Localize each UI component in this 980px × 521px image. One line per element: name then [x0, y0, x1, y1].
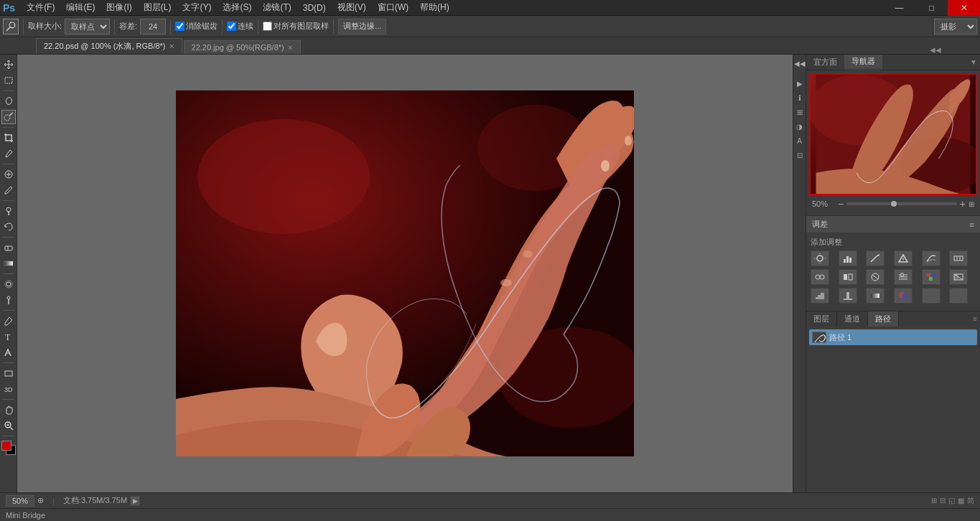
panel-text-button[interactable]: A	[794, 135, 806, 146]
magic-wand-tool[interactable]	[3, 19, 19, 34]
workspace-select[interactable]: 摄影	[934, 19, 977, 34]
hand-tool[interactable]	[1, 403, 16, 417]
tab-psd[interactable]: 22.20.psd @ 100% (水滴, RGB/8*) ✕	[36, 38, 182, 54]
history-brush-tool[interactable]	[1, 220, 16, 234]
adj-curves[interactable]	[866, 250, 885, 266]
menu-filter[interactable]: 滤镜(T)	[257, 0, 297, 15]
maximize-button[interactable]: □	[915, 0, 948, 16]
panel-action-btn[interactable]: ≡	[970, 220, 974, 229]
menu-image[interactable]: 图像(I)	[101, 0, 137, 15]
all-layers-label[interactable]: 对所有图层取样	[263, 21, 329, 32]
clone-stamp-tool[interactable]	[1, 204, 16, 218]
adj-levels[interactable]	[839, 250, 857, 266]
dodge-tool[interactable]	[1, 293, 16, 307]
adj-color-lookup[interactable]	[922, 269, 941, 285]
menu-layer[interactable]: 图层(L)	[138, 0, 177, 15]
tab-paths[interactable]: 路径	[868, 311, 899, 327]
layers-more-btn[interactable]: ≡	[970, 311, 980, 327]
zoom-slider[interactable]	[846, 202, 957, 205]
tabs-collapse[interactable]: ◀◀	[930, 46, 944, 54]
adj-gradient-map[interactable]	[866, 288, 885, 304]
menu-text[interactable]: 文字(Y)	[177, 0, 217, 15]
3d-tool[interactable]: 3D	[1, 382, 16, 396]
navigator-preview[interactable]	[809, 73, 977, 195]
text-tool[interactable]: T	[1, 329, 16, 344]
anti-alias-checkbox[interactable]	[175, 22, 185, 31]
adj-hsl[interactable]	[949, 250, 968, 266]
canvas-image[interactable]	[176, 90, 634, 456]
status-btn4[interactable]: ▦	[958, 497, 964, 504]
move-tool[interactable]	[1, 57, 16, 72]
crop-tool[interactable]	[1, 131, 16, 145]
rectangle-select-tool[interactable]	[1, 73, 16, 88]
eyedropper-tool[interactable]	[1, 146, 16, 161]
zoom-out-btn[interactable]: −	[838, 198, 844, 210]
status-lang[interactable]: 简	[967, 496, 974, 506]
sample-size-select[interactable]: 取样点	[65, 19, 110, 34]
contiguous-checkbox[interactable]	[227, 22, 236, 31]
panel-layer-button[interactable]: ⊞	[794, 106, 806, 118]
tab-layers[interactable]: 图层	[806, 311, 837, 327]
adj-bw[interactable]	[839, 269, 857, 285]
tab-navigator[interactable]: 导航器	[844, 55, 882, 70]
tab-jpg[interactable]: 22.20.jpg @ 50%(RGB/8*) ✕	[184, 40, 301, 54]
adj-threshold[interactable]	[839, 288, 857, 304]
tab-channels[interactable]: 通道	[837, 311, 868, 327]
status-btn2[interactable]: ⊟	[940, 497, 946, 504]
zoom-fit-btn[interactable]: ⊞	[969, 200, 974, 208]
healing-brush-tool[interactable]	[1, 167, 16, 182]
anti-alias-label[interactable]: 消除锯齿	[175, 21, 218, 32]
brush-tool[interactable]	[1, 183, 16, 197]
adjust-edge-button[interactable]: 调整边缘...	[338, 19, 386, 34]
tolerance-input[interactable]	[140, 19, 166, 34]
status-btn1[interactable]: ⊞	[931, 497, 937, 504]
adj-colorbalance[interactable]	[811, 269, 829, 285]
all-layers-checkbox[interactable]	[263, 22, 272, 31]
tab-nav-main[interactable]: 宜方面	[806, 55, 844, 70]
adj-posterize[interactable]	[811, 288, 829, 304]
eraser-tool[interactable]	[1, 240, 16, 255]
panel-nav-button[interactable]: ▶	[794, 78, 806, 89]
close-button[interactable]: ✕	[948, 0, 980, 16]
menu-help[interactable]: 帮助(H)	[414, 0, 455, 15]
color-swatches[interactable]	[1, 441, 16, 455]
adj-vibrance[interactable]	[922, 250, 941, 266]
adj-selective-color[interactable]	[894, 288, 913, 304]
contiguous-label[interactable]: 连续	[227, 21, 253, 32]
path-row[interactable]: 路径 1	[809, 329, 977, 345]
menu-select[interactable]: 选择(S)	[217, 0, 257, 15]
blur-tool[interactable]	[1, 277, 16, 291]
status-btn3[interactable]: ◱	[948, 497, 955, 504]
menu-edit[interactable]: 编辑(E)	[60, 0, 101, 15]
zoom-input[interactable]	[6, 495, 34, 507]
panel-collapse-arrow[interactable]: ◀◀	[794, 57, 806, 69]
menu-view[interactable]: 视图(V)	[332, 0, 372, 15]
zoom-percent-icon[interactable]: ⊕	[37, 496, 44, 505]
shape-tool[interactable]	[1, 366, 16, 380]
panel-adjust-button[interactable]: ◑	[794, 121, 806, 132]
adj-photo-filter[interactable]	[866, 269, 885, 285]
zoom-tool[interactable]	[1, 418, 16, 433]
tab-jpg-close[interactable]: ✕	[287, 44, 293, 52]
adj-invert[interactable]	[949, 269, 968, 285]
pen-tool[interactable]	[1, 314, 16, 328]
panel-path-button[interactable]: ⊡	[794, 149, 806, 161]
mini-bridge-bar[interactable]: Mini Bridge	[0, 508, 980, 521]
panel-info-button[interactable]: ℹ	[794, 92, 806, 103]
adjustments-header[interactable]: 调差 ≡	[806, 215, 980, 233]
panel-collapse-btn[interactable]: ▼	[967, 58, 980, 66]
menu-file[interactable]: 文件(F)	[21, 0, 60, 15]
lasso-tool[interactable]	[1, 94, 16, 108]
status-arrow-btn[interactable]: ▶	[130, 496, 140, 506]
menu-3d[interactable]: 3D(D)	[297, 1, 332, 14]
minimize-button[interactable]: —	[883, 0, 915, 16]
adj-exposure[interactable]	[894, 250, 913, 266]
menu-window[interactable]: 窗口(W)	[372, 0, 414, 15]
gradient-tool[interactable]	[1, 256, 16, 271]
path-select-tool[interactable]	[1, 345, 16, 360]
adj-channel-mixer[interactable]	[894, 269, 913, 285]
adj-brightness[interactable]	[811, 250, 829, 266]
foreground-color[interactable]	[1, 441, 11, 451]
zoom-in-btn[interactable]: +	[960, 198, 966, 210]
tab-psd-close[interactable]: ✕	[169, 42, 174, 50]
